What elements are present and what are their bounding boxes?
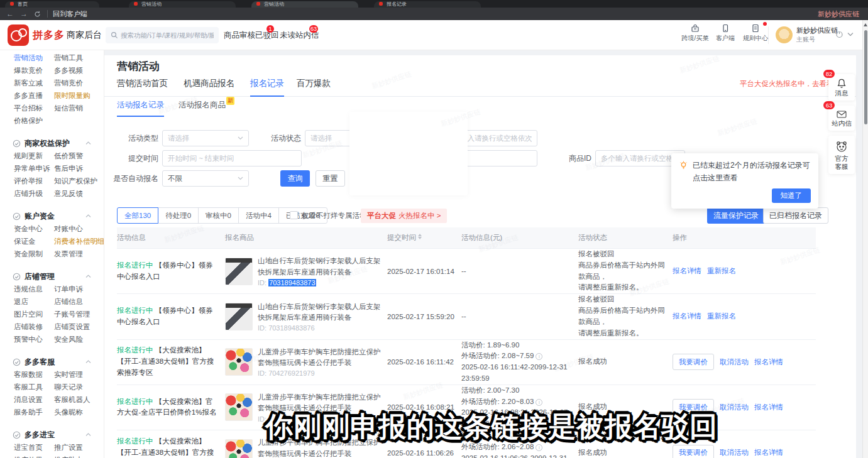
power-icon[interactable] — [835, 30, 843, 38]
sidebar-group-header[interactable]: 账户资金 — [0, 210, 104, 222]
adjust-price-button[interactable]: 我要调价 — [673, 445, 714, 458]
chevron-down-icon[interactable] — [847, 32, 854, 36]
sidebar-link[interactable]: 店铺装修 — [14, 322, 54, 332]
sidebar-link[interactable]: 价格保护 — [14, 116, 54, 126]
row-action-link[interactable]: 取消活动 — [720, 357, 749, 367]
adjust-price-button[interactable]: 我要调价 — [673, 354, 714, 370]
sidebar-link[interactable]: 服务助手 — [14, 408, 54, 417]
col-header-time[interactable]: 提交时间 — [387, 233, 461, 243]
traffic-protection-button[interactable]: 流量保护记录 — [707, 207, 765, 224]
sidebar-link[interactable]: 退店 — [14, 297, 54, 307]
sidebar-link[interactable]: 图片空间 — [14, 310, 54, 319]
avatar[interactable] — [776, 26, 793, 43]
sidebar-link[interactable]: 营销竞价 — [54, 79, 83, 88]
row-action-link[interactable]: 取消活动 — [720, 448, 749, 457]
sidebar-link[interactable]: 多多视频 — [54, 66, 83, 75]
forward-icon[interactable]: → — [20, 8, 28, 20]
reset-button[interactable]: 重置 — [316, 170, 345, 187]
chevron-up-icon[interactable] — [85, 275, 91, 278]
tab-million-hits[interactable]: 百万爆款 — [297, 74, 331, 97]
official-service-button[interactable]: 官方客服 — [828, 136, 855, 174]
hot-promo-badge[interactable]: 平台大促火热报名中 > — [361, 209, 447, 223]
sidebar-link[interactable]: 消费者补偿明细 — [54, 237, 104, 246]
sidebar-link[interactable]: 店铺升级 — [14, 189, 54, 199]
submit-time-range-input[interactable] — [162, 150, 302, 166]
scrollbar-thumb[interactable] — [864, 30, 867, 124]
product-thumbnail[interactable] — [225, 348, 253, 376]
site-mail-button[interactable]: 63 站内信 — [828, 106, 855, 131]
sidebar-link[interactable]: 进宝首页 — [14, 443, 54, 452]
subtab-activity-records[interactable]: 活动报名记录 — [117, 95, 164, 117]
product-thumbnail[interactable] — [225, 393, 253, 421]
sidebar-link[interactable]: 店铺信息 — [54, 297, 83, 307]
sidebar-link[interactable]: 营销工具 — [54, 53, 83, 63]
sidebar-link[interactable]: 保证金 — [14, 237, 54, 246]
sidebar-link[interactable]: 客服机器人 — [54, 395, 91, 405]
chevron-up-icon[interactable] — [85, 433, 91, 437]
reload-icon[interactable] — [34, 11, 41, 18]
quick-link-crossborder[interactable]: 跨境/买菜 — [681, 23, 709, 43]
browser-tab[interactable]: 报名记录 — [374, 1, 481, 8]
sidebar-link[interactable]: 评价举报 — [14, 177, 54, 186]
sidebar-link[interactable]: 推广助力 — [54, 455, 83, 458]
search-button[interactable]: 查询 — [280, 170, 310, 187]
sidebar-link[interactable]: 发票管理 — [54, 249, 83, 259]
row-action-link[interactable]: 报名详情 — [754, 403, 783, 412]
sidebar-group-header[interactable]: 多多客服 — [0, 356, 104, 368]
sidebar-link[interactable]: 聊天记录 — [54, 383, 83, 392]
sidebar-link[interactable]: 异常单申诉 — [14, 164, 54, 173]
sidebar-link[interactable]: 新客立减 — [14, 79, 54, 88]
sidebar-link[interactable]: 客服数据 — [14, 370, 54, 379]
row-action-link[interactable]: 重新报名 — [707, 312, 736, 321]
sidebar-link[interactable]: 推广效果 — [14, 455, 54, 458]
product-thumbnail[interactable] — [225, 258, 253, 285]
header-search[interactable] — [106, 27, 219, 43]
sidebar-link[interactable]: 店铺页设置 — [54, 322, 91, 332]
sidebar-link[interactable]: 预警中心 — [14, 335, 54, 344]
sidebar-link[interactable]: 爆款竞价 — [14, 66, 54, 75]
info-circle-icon[interactable]: i — [536, 353, 542, 360]
chip-reviewing[interactable]: 审核中0 — [198, 207, 239, 224]
sidebar-link[interactable]: 实时管理 — [54, 370, 83, 379]
chevron-up-icon[interactable] — [85, 141, 91, 145]
scroll-up-arrow-icon[interactable] — [864, 23, 867, 26]
browser-tab[interactable]: 首页 — [5, 1, 99, 8]
search-input[interactable] — [121, 31, 214, 39]
sidebar-group-header[interactable]: 多多进宝 — [0, 428, 104, 441]
sidebar-link[interactable]: 子账号管理 — [54, 310, 91, 319]
sidebar-link[interactable]: 知识产权保护 — [54, 177, 97, 186]
quick-link-client[interactable]: 客户端 — [711, 23, 739, 43]
tab-opportunity-goods[interactable]: 机遇商品报名 — [184, 74, 234, 97]
auto-signup-select[interactable]: 不限 — [162, 170, 249, 187]
sidebar-link[interactable]: 推广设置 — [54, 443, 83, 452]
sidebar-link[interactable]: 售后申诉 — [54, 164, 83, 173]
row-action-link[interactable]: 报名详情 — [754, 357, 783, 367]
tab-registration-records[interactable]: 报名记录 — [250, 74, 284, 97]
archived-records-button[interactable]: 已归档报名记录 — [763, 207, 828, 224]
quick-link-rules[interactable]: 规则中心 — [742, 23, 769, 43]
sidebar-link[interactable]: 客服工具 — [14, 383, 54, 392]
checkbox[interactable] — [290, 211, 298, 219]
row-action-link[interactable]: 报名详情 — [673, 312, 701, 321]
scrollbar[interactable] — [862, 20, 868, 458]
sidebar-link[interactable]: 规则更新 — [14, 151, 54, 161]
back-icon[interactable]: ← — [6, 8, 14, 20]
activity-type-select[interactable]: 请选择 — [162, 130, 249, 146]
promo-link[interactable]: 平台大促火热报名中，去看看>> — [740, 79, 842, 89]
sidebar-link[interactable]: 意见反馈 — [54, 189, 83, 199]
info-circle-icon[interactable]: i — [536, 399, 542, 406]
messages-button[interactable]: 82 消息 — [828, 74, 855, 101]
product-thumbnail[interactable] — [225, 303, 253, 330]
chip-pending[interactable]: 待处理0 — [158, 207, 199, 224]
chevron-up-icon[interactable] — [85, 360, 91, 364]
sidebar-link[interactable]: 违规信息 — [14, 285, 54, 294]
tab-activity-home[interactable]: 营销活动首页 — [117, 74, 168, 97]
row-action-link[interactable]: 重新报名 — [707, 266, 736, 276]
sidebar-link[interactable]: 多多直播 — [14, 91, 54, 101]
sidebar-group-header[interactable]: 商家权益保护 — [0, 137, 104, 150]
subtab-activity-goods[interactable]: 活动报名商品新 — [179, 95, 226, 117]
browser-tab[interactable]: 营销活动 — [129, 1, 236, 8]
row-action-link[interactable]: 报名详情 — [673, 266, 701, 276]
sidebar-link[interactable]: 资金限制 — [14, 249, 54, 259]
tooltip-confirm-button[interactable]: 知道了 — [772, 188, 811, 203]
